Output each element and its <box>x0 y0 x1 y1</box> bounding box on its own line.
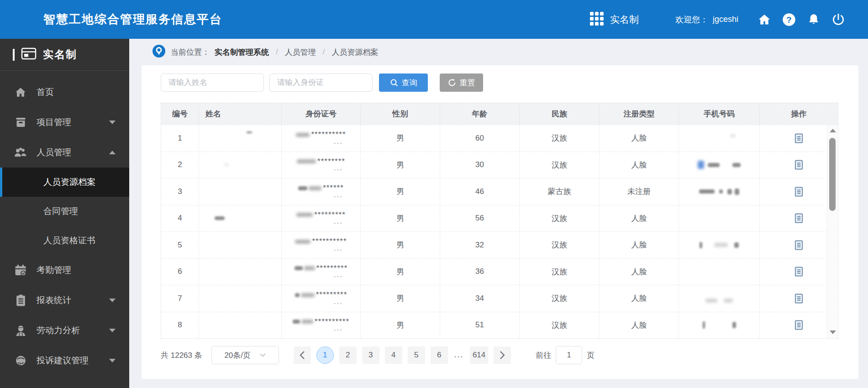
refresh-icon <box>448 79 456 87</box>
idcard-search-input[interactable] <box>269 73 373 92</box>
cell-age: 36 <box>440 259 520 285</box>
sidebar-subitem-certificate[interactable]: 人员资格证书 <box>0 226 129 255</box>
cell-age: 60 <box>440 125 520 152</box>
sidebar-item-label: 投诉建议管理 <box>37 355 89 367</box>
breadcrumb-root[interactable]: 实名制管理系统 <box>215 47 269 58</box>
detail-doc-icon <box>794 159 804 170</box>
cell-name-redacted <box>199 312 282 339</box>
page-button-3[interactable]: 3 <box>362 346 379 364</box>
breadcrumb-level3[interactable]: 人员资源档案 <box>331 47 378 58</box>
page-button-6[interactable]: 6 <box>431 346 448 364</box>
cell-no: 4 <box>161 205 199 232</box>
cell-no: 8 <box>161 312 199 339</box>
view-detail-button[interactable] <box>792 184 806 199</box>
page-button-5[interactable]: 5 <box>408 346 425 364</box>
page-button-4[interactable]: 4 <box>385 346 402 364</box>
next-page-button[interactable] <box>494 346 511 364</box>
page-button-2[interactable]: 2 <box>339 346 357 364</box>
cell-regtype: 人脸 <box>600 232 679 258</box>
sidebar-subitem-personnel-archive[interactable]: 人员资源档案 <box>0 168 129 197</box>
cell-nation: 汉族 <box>520 259 600 285</box>
chevron-down-icon <box>109 359 116 362</box>
view-detail-button[interactable] <box>792 238 806 252</box>
view-detail-button[interactable] <box>792 318 806 332</box>
help-button[interactable]: ? <box>777 10 801 29</box>
cell-gender: 男 <box>361 205 440 232</box>
logout-button[interactable] <box>826 10 851 29</box>
page-button-1[interactable]: 1 <box>316 346 334 364</box>
cell-gender: 男 <box>361 152 440 178</box>
sidebar-item-label: 人员管理 <box>37 147 71 158</box>
cell-gender: 男 <box>361 259 440 285</box>
sidebar-item-labor[interactable]: 劳动力分析 <box>0 315 129 346</box>
id-card-icon <box>21 47 37 62</box>
pagination-ellipsis[interactable]: ... <box>454 351 463 360</box>
top-header-bar: 智慧工地综合管理服务信息平台 实名制 欢迎您： jgceshi ? <box>0 0 868 39</box>
view-detail-button[interactable] <box>792 131 806 146</box>
sidebar-subitem-label: 合同管理 <box>43 205 78 217</box>
scroll-down-arrow-icon[interactable] <box>830 330 836 334</box>
table-row: 3 ****** ... 男 46 蒙古族 未注册 <box>161 178 838 205</box>
cell-age: 34 <box>440 285 520 312</box>
cell-no: 5 <box>161 232 199 258</box>
col-header-actions: 操作 <box>760 103 838 125</box>
detail-doc-icon <box>794 240 804 251</box>
cell-regtype: 人脸 <box>600 205 679 232</box>
sidebar-header-label: 实名制 <box>43 47 77 62</box>
topbar-right-group: 实名制 欢迎您： jgceshi ? <box>589 10 851 29</box>
cell-phone-redacted <box>679 285 760 312</box>
name-search-input[interactable] <box>161 73 264 92</box>
reset-button[interactable]: 重置 <box>440 73 483 92</box>
page-button-last[interactable]: 614 <box>470 346 488 364</box>
cell-gender: 男 <box>361 178 440 205</box>
goto-page-input[interactable] <box>556 346 582 364</box>
cell-regtype: 人脸 <box>600 312 679 339</box>
cell-phone-redacted <box>679 259 760 285</box>
home-icon <box>758 13 771 26</box>
app-switcher[interactable]: 实名制 <box>589 11 639 28</box>
view-detail-button[interactable] <box>792 291 806 306</box>
cell-age: 46 <box>440 178 520 205</box>
scrollbar-thumb[interactable] <box>829 138 836 211</box>
detail-doc-icon <box>794 213 804 224</box>
page-size-select[interactable]: 20条/页 <box>211 346 279 364</box>
sidebar-item-personnel[interactable]: 人员管理 <box>0 137 129 168</box>
cell-actions <box>760 125 838 152</box>
cell-nation: 蒙古族 <box>520 178 600 205</box>
goto-page-group: 前往 页 <box>536 346 594 364</box>
view-detail-button[interactable] <box>792 264 806 279</box>
detail-doc-icon <box>794 133 804 144</box>
search-button[interactable]: 查询 <box>379 73 428 92</box>
sidebar-item-project[interactable]: 项目管理 <box>0 107 129 137</box>
breadcrumb-separator: / <box>276 47 278 57</box>
chevron-down-icon <box>109 329 116 332</box>
sidebar-subitem-contract[interactable]: 合同管理 <box>0 197 129 226</box>
sidebar-item-complaint[interactable]: 投诉建议管理 <box>0 346 129 376</box>
prev-page-button[interactable] <box>294 346 311 364</box>
sidebar-item-label: 报表统计 <box>37 294 71 306</box>
cell-phone-redacted <box>679 125 760 152</box>
page-size-value: 20条/页 <box>224 350 251 361</box>
view-detail-button[interactable] <box>792 211 806 225</box>
col-header-nation: 民族 <box>520 103 600 125</box>
scroll-up-arrow-icon[interactable] <box>830 129 836 132</box>
chevron-up-icon <box>109 151 116 154</box>
cell-name-redacted <box>199 259 282 285</box>
cell-idcard-redacted: ****** ... <box>282 178 361 205</box>
sidebar-item-attendance[interactable]: 考勤管理 <box>0 255 129 285</box>
breadcrumb-prefix: 当前位置： <box>171 47 210 58</box>
cell-gender: 男 <box>361 312 440 339</box>
notification-button[interactable] <box>801 10 826 29</box>
cell-name-redacted <box>199 152 282 178</box>
sidebar-item-report[interactable]: 报表统计 <box>0 285 129 315</box>
grid-apps-icon <box>589 11 604 28</box>
users-icon <box>14 147 27 158</box>
breadcrumb-level2[interactable]: 人员管理 <box>285 47 316 58</box>
table-scrollbar[interactable] <box>827 125 837 338</box>
cell-no: 6 <box>161 259 199 285</box>
sidebar-item-home[interactable]: 首页 <box>0 77 129 107</box>
cell-regtype: 人脸 <box>600 259 679 285</box>
home-button[interactable] <box>752 10 777 29</box>
view-detail-button[interactable] <box>792 157 806 172</box>
table-row: 4 ********* ... 男 56 汉族 人脸 <box>161 205 838 232</box>
